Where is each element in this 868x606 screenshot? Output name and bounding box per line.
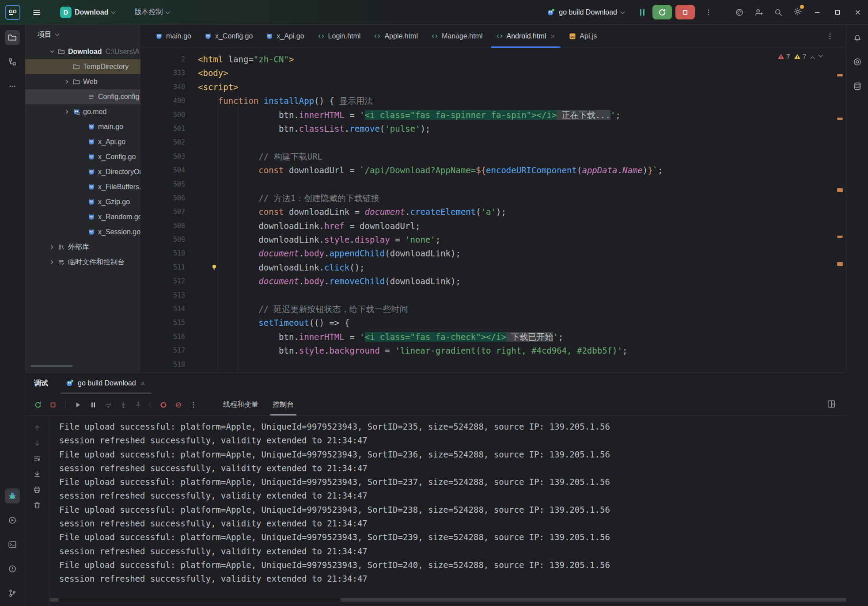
code-line-505: 505: [141, 178, 846, 191]
tree-item-go.mod[interactable]: go.mod: [25, 104, 140, 119]
step-over-button[interactable]: [102, 399, 115, 411]
prev-problem-icon[interactable]: [810, 56, 815, 60]
add-user-icon[interactable]: [754, 8, 764, 17]
code-line-506: 506 // 方法1：创建隐藏的下载链接: [141, 191, 846, 205]
chev-right-icon[interactable]: [49, 259, 56, 266]
go-icon: [266, 33, 273, 40]
tree-item-临时文件和控制台[interactable]: 临时文件和控制台: [25, 255, 140, 270]
rerun-button[interactable]: [31, 399, 45, 411]
notifications-button[interactable]: [850, 30, 865, 45]
stop-button[interactable]: [46, 399, 60, 411]
pause-b-button[interactable]: [87, 399, 100, 411]
line-number: 340: [141, 80, 191, 94]
console-scrollbar-track[interactable]: [49, 598, 846, 602]
debug-toolbar: 线程和变量控制台: [25, 394, 846, 416]
intention-bulb-icon[interactable]: [211, 264, 218, 271]
line-number: 516: [141, 330, 191, 344]
tree-item-x_DirectoryOrFile.go[interactable]: x_DirectoryOrFile.go: [25, 164, 140, 179]
close-icon[interactable]: [848, 4, 868, 21]
vcs-widget[interactable]: 版本控制: [131, 5, 174, 19]
settings-button[interactable]: [793, 7, 803, 18]
minimize-icon[interactable]: [807, 4, 827, 21]
editor-tab-Login.html[interactable]: Login.html: [311, 25, 368, 48]
run-tool-button[interactable]: [5, 513, 20, 528]
inspections-widget[interactable]: 7 7: [777, 53, 823, 60]
line-number: 501: [141, 122, 191, 136]
soft-wrap-icon[interactable]: [32, 454, 42, 464]
tree-item-外部库[interactable]: 外部库: [25, 240, 140, 255]
branch-tool-button[interactable]: [5, 586, 20, 601]
next-problem-icon[interactable]: [819, 53, 823, 58]
console-scrollbar-thumb[interactable]: [58, 598, 341, 602]
up-icon[interactable]: [32, 423, 42, 433]
layout-settings-icon[interactable]: [826, 399, 837, 409]
database-button[interactable]: [850, 79, 865, 94]
editor-tab-Android.html[interactable]: Android.html: [489, 25, 563, 48]
close-icon[interactable]: [140, 380, 146, 386]
terminal-tool-button[interactable]: [5, 537, 20, 552]
console-output[interactable]: File upload successful: platform=Apple, …: [49, 416, 846, 606]
editor-tab-Apple.html[interactable]: Apple.html: [367, 25, 425, 48]
debug-tool-button[interactable]: [5, 488, 20, 503]
editor-tab-Manage.html[interactable]: Manage.html: [425, 25, 489, 48]
scroll-end-icon[interactable]: [32, 469, 42, 479]
code-editor[interactable]: 2<html lang="zh-CN">333<body>340<script>…: [141, 48, 846, 372]
problems-tool-button[interactable]: [5, 561, 20, 576]
line-number: 515: [141, 316, 191, 330]
tree-item-x_Session.go[interactable]: x_Session.go: [25, 225, 140, 240]
chev-right-icon[interactable]: [49, 244, 56, 251]
tree-item-Config.config[interactable]: Config.config: [25, 89, 140, 104]
editor-tab-Api.js[interactable]: JSApi.js: [562, 25, 603, 48]
tree-item-x_FileBuffers.go[interactable]: x_FileBuffers.go: [25, 179, 140, 194]
folder-tool-button[interactable]: [5, 30, 20, 45]
hierarchy-button[interactable]: [5, 54, 20, 69]
tree-item-Web[interactable]: Web: [25, 74, 140, 89]
no-bp-button[interactable]: [172, 399, 185, 411]
debugger-tab-控制台[interactable]: 控制台: [265, 394, 301, 415]
printer-icon[interactable]: [32, 485, 42, 495]
run-config-name[interactable]: go build Download: [559, 8, 617, 16]
mute-bp-button[interactable]: [157, 399, 170, 411]
code-line-490: 490 function installApp() { 显示用法: [141, 94, 846, 108]
tree-item-x_Api.go[interactable]: x_Api.go: [25, 134, 140, 149]
more-v-button[interactable]: [187, 399, 200, 411]
more-h-button[interactable]: [5, 79, 20, 94]
project-widget[interactable]: D Download: [57, 4, 119, 21]
chev-right-icon[interactable]: [64, 78, 71, 85]
tab-label: main.go: [166, 32, 191, 40]
tree-item-x_Gzip.go[interactable]: x_Gzip.go: [25, 194, 140, 210]
rerun-debug-button[interactable]: [652, 5, 672, 19]
search-icon[interactable]: [773, 8, 783, 17]
editor-tab-x_Api.go[interactable]: x_Api.go: [259, 25, 311, 48]
more-actions-icon[interactable]: [703, 7, 714, 18]
chevron-down-icon[interactable]: [55, 32, 60, 37]
editor-tab-main.go[interactable]: main.go: [149, 25, 198, 48]
step-out-button[interactable]: [132, 399, 145, 411]
maximize-icon[interactable]: [827, 4, 848, 21]
down-icon[interactable]: [32, 438, 42, 448]
debugger-tab-线程和变量[interactable]: 线程和变量: [216, 394, 265, 415]
chev-right-icon[interactable]: [64, 108, 71, 115]
tab-options-icon[interactable]: [825, 31, 835, 42]
tree-item-main.go[interactable]: main.go: [25, 119, 140, 134]
tree-item-x_Config.go[interactable]: x_Config.go: [25, 149, 140, 164]
step-into-button[interactable]: [117, 399, 130, 411]
ai-chat-button[interactable]: [850, 54, 865, 69]
project-horizontal-scrollbar[interactable]: [30, 365, 73, 367]
ai-assistant-icon[interactable]: [735, 8, 744, 17]
tree-item-TempDirectory[interactable]: TempDirectory: [25, 59, 140, 74]
trash-icon[interactable]: [32, 500, 42, 510]
editor-tab-x_Config.go[interactable]: x_Config.go: [198, 25, 259, 48]
stop-button[interactable]: [675, 5, 695, 19]
debug-session-tab[interactable]: go build Download: [61, 373, 152, 394]
tree-item-Download[interactable]: DownloadC:\Users\A: [25, 44, 140, 59]
resume-button[interactable]: [72, 399, 85, 411]
ai-chat-icon: [853, 57, 862, 66]
close-icon[interactable]: [550, 33, 556, 39]
console-line: session refreshed successfully, validity…: [59, 489, 846, 503]
main-menu-icon[interactable]: [32, 8, 42, 17]
chev-down-icon[interactable]: [49, 48, 56, 55]
pause-program-icon[interactable]: [636, 6, 649, 19]
tree-item-x_Random.go[interactable]: x_Random.go: [25, 210, 140, 225]
go-icon: [88, 153, 95, 160]
